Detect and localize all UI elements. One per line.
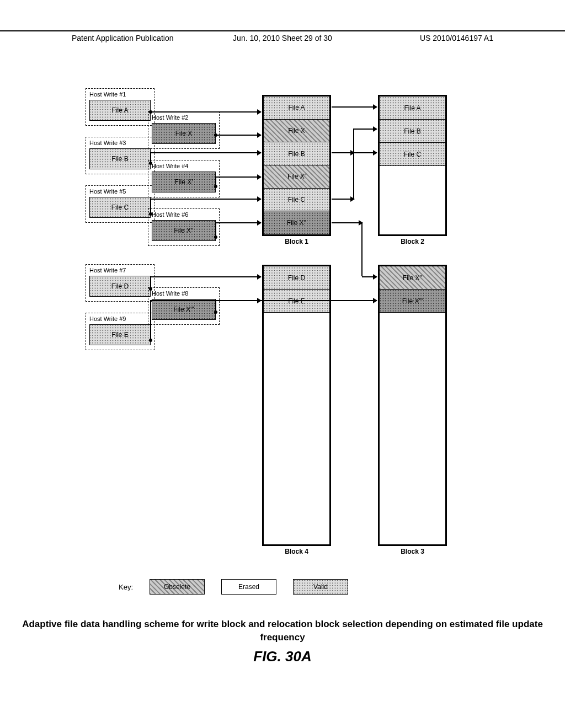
- block4-slot-1: File E: [264, 290, 329, 313]
- arrow: [151, 152, 261, 153]
- file-box-xp: File X': [152, 172, 216, 192]
- file-box-xppp: File X''': [152, 299, 216, 320]
- arrow: [332, 199, 354, 200]
- arrow: [354, 152, 377, 153]
- host-write-1: Host Write #1 File A: [86, 88, 154, 126]
- host-write-3: Host Write #3 File B: [86, 137, 154, 174]
- header-center: Jun. 10, 2010 Sheet 29 of 30: [233, 34, 332, 42]
- block1-slot-1: File X: [264, 120, 329, 143]
- connector-line: [150, 199, 151, 213]
- host-writes-right-column: Host Write #2 File X Host Write #4 File …: [148, 88, 220, 327]
- arrow: [332, 222, 363, 223]
- legend-valid: Valid: [293, 579, 348, 595]
- header-left: Patent Application Publication: [72, 34, 173, 42]
- file-box-d: File D: [89, 276, 151, 297]
- figure-label: FIG. 30A: [0, 648, 565, 665]
- arrow: [151, 199, 261, 200]
- arrow: [216, 222, 261, 223]
- block1-slot-2: File B: [264, 142, 329, 165]
- host-write-label: Host Write #3: [89, 140, 151, 146]
- host-write-label: Host Write #4: [152, 163, 216, 169]
- arrow: [216, 135, 261, 136]
- block-3: File X'' File X''' Block 3: [378, 265, 447, 546]
- legend: Key: Obselete Erased Valid: [119, 579, 348, 595]
- block3-label: Block 3: [380, 548, 445, 555]
- block3-slot-1: File X''': [380, 290, 445, 313]
- host-write-label: Host Write #7: [89, 267, 151, 274]
- page-header: Patent Application Publication Jun. 10, …: [0, 30, 565, 42]
- host-write-8: Host Write #8 File X''': [148, 287, 220, 325]
- block-1: File A File X File B File X' File C File…: [262, 95, 331, 236]
- arrow: [362, 276, 377, 277]
- block-2: File A File B File C Block 2: [378, 95, 447, 236]
- connector-line: [215, 222, 216, 237]
- file-box-c: File C: [89, 197, 151, 218]
- arrow: [151, 276, 261, 277]
- block2-slot-0: File A: [380, 97, 445, 120]
- block4-empty: [264, 313, 329, 544]
- block3-empty: [380, 313, 445, 544]
- block4-slot-0: File D: [264, 266, 329, 290]
- figure-caption: Adaptive file data handling scheme for w…: [0, 618, 565, 644]
- file-box-e: File E: [89, 324, 151, 345]
- host-write-4: Host Write #4 File X': [148, 160, 220, 197]
- arrow: [151, 300, 261, 301]
- figure-area: Host Write #1 File A Host Write #3 File …: [86, 88, 461, 585]
- connector-line: [150, 152, 151, 163]
- host-write-label: Host Write #1: [89, 91, 151, 98]
- connector-line: [150, 276, 151, 288]
- block2-label: Block 2: [380, 238, 445, 245]
- legend-erased: Erased: [221, 579, 276, 595]
- block2-slot-2: File C: [380, 143, 445, 166]
- arrow: [332, 152, 354, 153]
- arrow: [216, 176, 261, 178]
- file-box-xpp: File X'': [152, 220, 216, 241]
- host-write-label: Host Write #8: [152, 290, 216, 297]
- host-write-label: Host Write #9: [89, 315, 151, 322]
- connector-line: [361, 222, 363, 276]
- connector-line: [215, 300, 216, 312]
- host-write-2: Host Write #2 File X: [148, 111, 220, 149]
- connector-line: [215, 176, 216, 186]
- connector-line: [150, 300, 151, 340]
- host-write-label: Host Write #5: [89, 188, 151, 195]
- block-4: File D File E Block 4: [262, 265, 331, 546]
- host-write-9: Host Write #9 File E: [86, 313, 154, 350]
- host-write-label: Host Write #6: [152, 211, 216, 218]
- host-writes-left-column: Host Write #1 File A Host Write #3 File …: [86, 88, 154, 352]
- connector-line: [353, 152, 354, 199]
- block1-slot-0: File A: [264, 97, 329, 120]
- block1-slot-3: File X': [264, 165, 329, 189]
- host-write-label: Host Write #2: [152, 114, 216, 121]
- legend-obsolete: Obselete: [150, 579, 205, 595]
- file-box-a: File A: [89, 100, 151, 121]
- file-box-b: File B: [89, 148, 151, 169]
- legend-label: Key:: [119, 583, 133, 591]
- arrow: [151, 111, 261, 113]
- file-box-x: File X: [152, 123, 216, 144]
- header-right: US 2010/0146197 A1: [420, 34, 493, 42]
- block1-slot-4: File C: [264, 189, 329, 212]
- host-write-7: Host Write #7 File D: [86, 264, 154, 302]
- block1-label: Block 1: [264, 238, 329, 245]
- host-write-5: Host Write #5 File C: [86, 185, 154, 223]
- block1-slot-5: File X'': [264, 211, 329, 234]
- block2-empty: [380, 166, 445, 234]
- host-write-6: Host Write #6 File X'': [148, 208, 220, 246]
- arrow: [332, 106, 377, 108]
- block4-label: Block 4: [264, 548, 329, 555]
- block2-slot-1: File B: [380, 120, 445, 143]
- arrow: [354, 129, 377, 130]
- block3-slot-0: File X'': [380, 266, 445, 290]
